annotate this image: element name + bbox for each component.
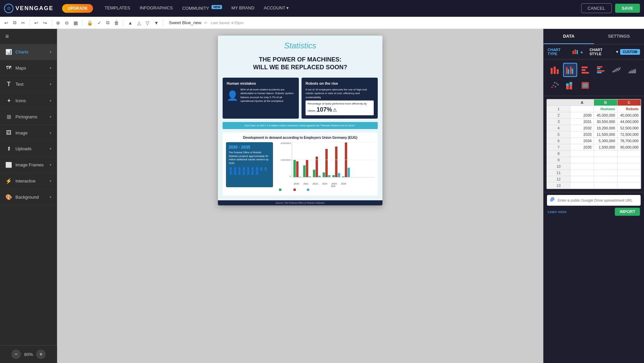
pictogram-grid: 👤 👤 👤 👤 👤 👤 👤 👤 👤 👤 👤 👤 bbox=[229, 167, 270, 175]
cancel-button[interactable]: CANCEL bbox=[581, 3, 612, 13]
learn-more-link[interactable]: Learn more bbox=[548, 210, 566, 214]
chart-type-icon bbox=[572, 48, 579, 55]
chart-type-btn[interactable]: CHART TYPE ▲ bbox=[548, 48, 584, 56]
zoom-in-button[interactable]: + bbox=[36, 350, 46, 359]
toolbar-down2[interactable]: ▽ bbox=[144, 19, 151, 27]
doc-name: Sweet Blue_new bbox=[169, 20, 201, 25]
bar-2034-humans bbox=[332, 175, 335, 177]
pict-human-1: 👤 bbox=[229, 167, 233, 171]
pict-robot-4: 👤 bbox=[237, 171, 241, 175]
sidebar-item-text[interactable]: T Text ▾ bbox=[0, 76, 57, 93]
toolbar-redo[interactable]: ↪ bbox=[41, 19, 49, 27]
save-button[interactable]: SAVE bbox=[615, 4, 640, 13]
chart-style-btn[interactable]: CHART STYLE ▾ bbox=[590, 48, 618, 56]
toolbar-copy[interactable]: ⧉ bbox=[11, 19, 18, 27]
logo[interactable]: ⊙ VENNGAGE bbox=[4, 4, 53, 13]
icons-label: Icons bbox=[15, 98, 26, 103]
bar-chart-container: 200000000 100000000 0 bbox=[275, 142, 374, 187]
toolbar-duplicate[interactable]: ⧉ bbox=[104, 19, 111, 27]
text-chevron: ▾ bbox=[50, 82, 51, 86]
svg-rect-13 bbox=[597, 66, 602, 68]
ig-source: Source: The Federal Office of Robotic St… bbox=[218, 200, 382, 205]
bar-2033-computers bbox=[328, 175, 330, 177]
sidebar-item-charts[interactable]: 📊 Charts ▾ bbox=[0, 44, 57, 60]
charts-icon: 📊 bbox=[5, 49, 12, 55]
chart-icon-bar[interactable] bbox=[548, 63, 562, 77]
nav-templates[interactable]: TEMPLATES bbox=[104, 5, 130, 11]
sidebar-item-image-frames[interactable]: ⬜ Image Frames ▾ bbox=[0, 157, 57, 173]
tab-settings[interactable]: SETTINGS bbox=[594, 29, 644, 44]
pict-human-3: 👤 bbox=[237, 167, 241, 171]
chart-icon-area[interactable] bbox=[625, 63, 639, 77]
edit-icon[interactable]: ✏ bbox=[204, 21, 208, 25]
toolbar-lock[interactable]: 🔒 bbox=[85, 19, 94, 27]
chart-icon-scatter[interactable] bbox=[548, 78, 562, 92]
toolbar-zoom-in[interactable]: ⊕ bbox=[54, 19, 62, 27]
zoom-out-button[interactable]: − bbox=[11, 350, 21, 359]
toolbar-check[interactable]: ✓ bbox=[96, 19, 103, 27]
sidebar-item-pictograms[interactable]: ⊞ Pictograms ▾ bbox=[0, 109, 57, 125]
toolbar-scissors[interactable]: ✂ bbox=[19, 19, 27, 27]
toolbar-up2[interactable]: △ bbox=[136, 19, 143, 27]
sidebar-item-uploads[interactable]: ⬆ Uploads ▾ bbox=[0, 141, 57, 157]
image-frames-icon: ⬜ bbox=[5, 162, 12, 168]
main-area: ≡ 📊 Charts ▾ 🗺 Maps ▾ T Text ▾ ✦ bbox=[0, 29, 644, 363]
sidebar-item-image[interactable]: 🖼 Image ▾ bbox=[0, 125, 57, 141]
toolbar-undo[interactable]: ↩ bbox=[3, 19, 10, 27]
toolbar-grid[interactable]: ▦ bbox=[72, 19, 80, 27]
zoom-controls: − 80% + bbox=[0, 345, 57, 363]
chart-icon-line[interactable] bbox=[609, 63, 624, 77]
sidebar-item-background[interactable]: 🎨 Background ▾ bbox=[0, 189, 57, 205]
gdrive-url-input[interactable] bbox=[558, 198, 638, 202]
import-button[interactable]: IMPORT bbox=[615, 208, 640, 216]
legend-dot-robots bbox=[293, 189, 296, 191]
nav-community[interactable]: COMMUNITY NEW bbox=[182, 5, 222, 11]
chart-icon-stacked[interactable] bbox=[563, 78, 577, 92]
svg-point-21 bbox=[555, 86, 556, 87]
y-axis: 200000000 100000000 0 bbox=[275, 142, 292, 177]
ig-legend: Humans Robots Computers bbox=[226, 187, 374, 192]
toolbar-down[interactable]: ▼ bbox=[152, 19, 160, 27]
ig-card-robots: Robots on the rise 8 out of 10 employers… bbox=[302, 78, 378, 119]
chart-icon-grouped-bar[interactable] bbox=[563, 63, 577, 77]
logo-icon: ⊙ bbox=[4, 4, 13, 13]
bar-2033-humans bbox=[323, 172, 325, 177]
tab-data[interactable]: DATA bbox=[544, 29, 594, 44]
background-icon: 🎨 bbox=[5, 194, 12, 200]
chart-icon-horizontal-bar[interactable] bbox=[579, 63, 593, 77]
x-axis: 2030 2031 2032 2033 2034 2035 bbox=[275, 183, 374, 185]
col-c-header: C bbox=[617, 99, 641, 106]
toolbar-undo2[interactable]: ↩ bbox=[33, 19, 40, 27]
sidebar-item-interactive[interactable]: ⚡ Interactive ▾ bbox=[0, 173, 57, 189]
ig-chart-section[interactable]: Development in demand according to Emplo… bbox=[223, 132, 378, 196]
nav-account[interactable]: ACCOUNT ▾ bbox=[264, 5, 289, 11]
toolbar-up[interactable]: ▲ bbox=[126, 19, 134, 27]
upgrade-button[interactable]: UPGRADE bbox=[62, 4, 93, 13]
sidebar-item-icons[interactable]: ✦ Icons ▾ bbox=[0, 93, 57, 109]
svg-rect-6 bbox=[566, 67, 567, 74]
maps-chevron: ▾ bbox=[50, 66, 51, 70]
nav-mybrand[interactable]: MY BRAND bbox=[231, 5, 254, 11]
interactive-icon: ⚡ bbox=[5, 178, 12, 184]
svg-rect-26 bbox=[566, 83, 569, 86]
chart-icon-horizontal-grouped[interactable] bbox=[594, 63, 608, 77]
custom-button[interactable]: CUSTOM bbox=[620, 49, 640, 55]
toolbar-zoom-out[interactable]: ⊖ bbox=[63, 19, 71, 27]
bar-group-2033 bbox=[323, 149, 330, 177]
svg-rect-14 bbox=[597, 68, 600, 69]
right-panel-tabs: DATA SETTINGS bbox=[544, 29, 644, 44]
gdrive-section: Learn more IMPORT bbox=[544, 192, 644, 218]
chart-icon-donut[interactable] bbox=[579, 78, 593, 92]
uploads-icon: ⬆ bbox=[5, 146, 12, 152]
infographic[interactable]: Statistics THE POWER OF MACHINES: Will w… bbox=[218, 36, 382, 205]
right-panel: DATA SETTINGS CHART TYPE ▲ CHART STYLE ▾ bbox=[543, 29, 644, 363]
toolbar-trash[interactable]: 🗑 bbox=[112, 19, 121, 27]
pict-robot-6: 👤 bbox=[255, 171, 259, 175]
sidebar-item-maps[interactable]: 🗺 Maps ▾ bbox=[0, 60, 57, 76]
svg-rect-27 bbox=[569, 85, 572, 89]
svg-rect-10 bbox=[582, 67, 588, 68]
sidebar-menu-toggle[interactable]: ≡ bbox=[0, 29, 57, 44]
zoom-level: 80% bbox=[24, 352, 33, 357]
nav-infographics[interactable]: INFOGRAPHICS bbox=[140, 5, 173, 11]
spreadsheet[interactable]: A B C D E 1 Humans Robots Computers bbox=[546, 99, 641, 189]
